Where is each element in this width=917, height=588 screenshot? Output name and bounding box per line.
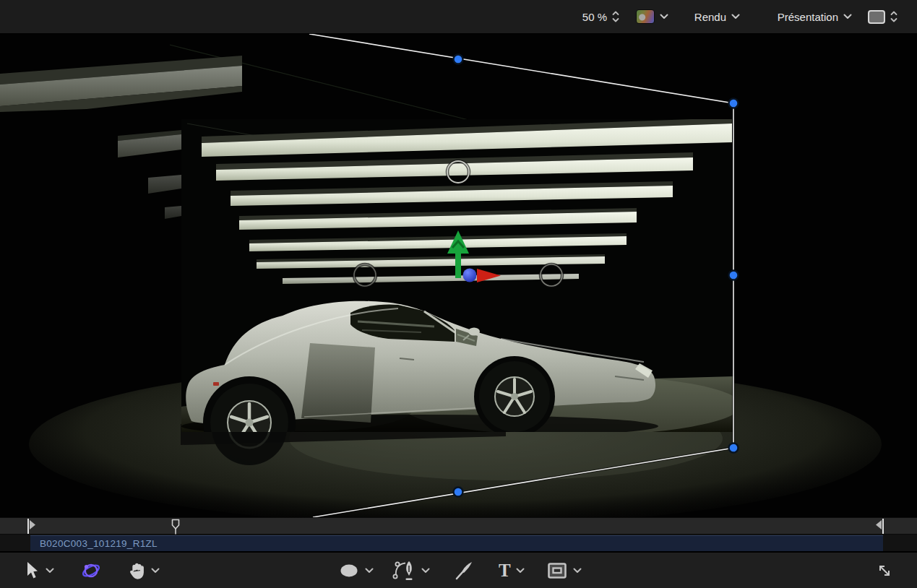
playhead-marker[interactable] (173, 520, 179, 535)
play-range-in-marker[interactable] (27, 519, 35, 534)
rectangle-mask-tool[interactable] (546, 553, 582, 588)
motion-canvas-window: 50 % Rendu Présentation (0, 0, 917, 588)
paint-stroke-tool[interactable] (452, 553, 475, 588)
3d-transform-icon (79, 561, 103, 581)
arrow-cursor-icon (22, 561, 40, 581)
chevron-down-icon[interactable] (516, 568, 525, 574)
bezier-tool[interactable] (390, 553, 430, 588)
chevron-down-icon[interactable] (573, 568, 582, 574)
text-tool[interactable]: T (499, 553, 525, 588)
chevron-down-icon (843, 14, 852, 20)
stepper-icon[interactable] (612, 10, 619, 23)
handle-top-right (729, 99, 739, 108)
chevron-down-icon[interactable] (46, 568, 54, 574)
expand-diagonal-icon (874, 561, 895, 581)
front-wheel (479, 361, 550, 432)
chevron-down-icon[interactable] (365, 568, 374, 574)
chevron-down-icon[interactable] (151, 568, 160, 574)
presentation-menu-label: Présentation (778, 11, 838, 23)
hand-icon (127, 561, 146, 581)
chevron-down-icon[interactable] (421, 568, 430, 574)
handle-top-center (454, 55, 463, 64)
handle-right-center (729, 271, 739, 280)
canvas-viewport[interactable] (0, 34, 917, 517)
oval-icon (338, 562, 360, 579)
zoom-level-control[interactable]: 50 % (582, 10, 619, 23)
chevron-down-icon (731, 14, 740, 20)
selected-image-layer[interactable] (181, 118, 741, 469)
gizmo-z-axis-handle[interactable] (463, 269, 477, 282)
render-menu-label: Rendu (694, 11, 726, 23)
mini-timeline-track: B020C003_101219_R1ZL (0, 535, 917, 552)
clip-name: B020C003_101219_R1ZL (40, 538, 158, 549)
select-tool[interactable] (22, 553, 54, 588)
chevron-down-icon (660, 14, 668, 20)
expand-canvas-button[interactable] (874, 553, 895, 588)
shape-tool[interactable] (338, 553, 374, 588)
transform-3d-tool[interactable] (79, 553, 103, 588)
pen-icon (390, 558, 416, 583)
rectangle-mask-icon (546, 561, 568, 580)
color-channels-swatch-icon[interactable] (636, 9, 655, 24)
render-menu[interactable]: Rendu (694, 11, 740, 23)
timeline-clip[interactable]: B020C003_101219_R1ZL (30, 535, 883, 551)
canvas-scene (0, 34, 917, 517)
canvas-display-control[interactable] (868, 10, 897, 24)
canvas-topbar: 50 % Rendu Présentation (0, 0, 917, 34)
canvas-toolbar: T (0, 553, 917, 588)
text-tool-glyph: T (499, 561, 511, 579)
zoom-level-value: 50 % (582, 11, 607, 23)
pan-tool[interactable] (127, 553, 160, 588)
stepper-icon[interactable] (890, 10, 897, 23)
presentation-menu[interactable]: Présentation (778, 11, 852, 23)
handle-bottom-right (729, 444, 739, 453)
paintbrush-icon (452, 560, 475, 581)
play-range-out-marker[interactable] (876, 519, 884, 534)
display-icon (868, 10, 885, 24)
mini-timeline-ruler[interactable] (0, 517, 917, 535)
color-channels-control[interactable] (636, 9, 668, 24)
handle-bottom-center (454, 488, 463, 497)
